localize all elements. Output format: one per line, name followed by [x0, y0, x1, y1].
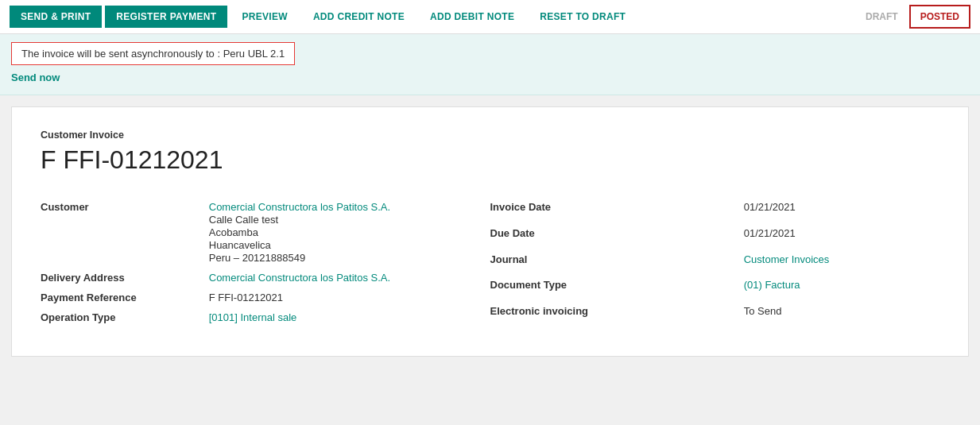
electronic-invoicing-label: Electronic invoicing: [490, 301, 744, 327]
document-type-field-value: (01) Factura: [744, 275, 939, 301]
payment-reference-label: Payment Reference: [41, 288, 209, 307]
journal-value: Customer Invoices: [744, 249, 939, 276]
operation-type-row: Operation Type [0101] Internal sale: [41, 307, 490, 327]
add-debit-note-button[interactable]: ADD DEBIT NOTE: [419, 6, 525, 28]
send-now-link[interactable]: Send now: [11, 71, 969, 91]
address-line1: Calle Calle test: [209, 214, 490, 226]
electronic-invoicing-value: To Send: [744, 301, 939, 327]
delivery-address-link[interactable]: Comercial Constructora los Patitos S.A.: [209, 272, 390, 284]
document-type-field-label: Document Type: [490, 275, 744, 301]
delivery-address-label: Delivery Address: [41, 268, 209, 288]
customer-label: Customer: [41, 197, 209, 268]
send-print-button[interactable]: SEND & PRINT: [10, 6, 102, 28]
delivery-address-row: Delivery Address Comercial Constructora …: [41, 268, 490, 288]
document-type-label: Customer Invoice: [41, 129, 939, 141]
customer-address-block: Comercial Constructora los Patitos S.A. …: [209, 201, 490, 264]
address-line4: Peru – 20121888549: [209, 252, 490, 264]
due-date-label: Due Date: [490, 223, 744, 249]
address-line3: Huancavelica: [209, 239, 490, 251]
customer-row: Customer Comercial Constructora los Pati…: [41, 197, 490, 268]
delivery-address-value: Comercial Constructora los Patitos S.A.: [209, 268, 490, 288]
document-type-link[interactable]: (01) Factura: [744, 279, 800, 291]
toolbar: SEND & PRINT REGISTER PAYMENT PREVIEW AD…: [0, 0, 980, 34]
document-type-row: Document Type (01) Factura: [490, 275, 940, 301]
operation-type-link[interactable]: [0101] Internal sale: [209, 311, 297, 323]
doc-right-section: Invoice Date 01/21/2021 Due Date 01/21/2…: [490, 197, 940, 327]
preview-button[interactable]: PREVIEW: [230, 6, 298, 28]
journal-link[interactable]: Customer Invoices: [744, 253, 830, 265]
payment-reference-value: F FFI-01212021: [209, 288, 490, 307]
invoice-date-value: 01/21/2021: [744, 197, 939, 223]
operation-type-value: [0101] Internal sale: [209, 307, 490, 327]
due-date-row: Due Date 01/21/2021: [490, 223, 940, 249]
notification-bar: The invoice will be sent asynchronously …: [0, 34, 980, 95]
customer-value: Comercial Constructora los Patitos S.A. …: [209, 197, 490, 268]
notification-message: The invoice will be sent asynchronously …: [21, 48, 285, 60]
document-card: Customer Invoice F FFI-01212021 Customer…: [11, 106, 969, 357]
notification-box: The invoice will be sent asynchronously …: [11, 42, 295, 65]
doc-left-section: Customer Comercial Constructora los Pati…: [41, 197, 490, 327]
customer-name-link[interactable]: Comercial Constructora los Patitos S.A.: [209, 201, 490, 213]
draft-status: DRAFT: [858, 6, 906, 28]
electronic-invoicing-row: Electronic invoicing To Send: [490, 301, 940, 327]
invoice-date-label: Invoice Date: [490, 197, 744, 223]
operation-type-label: Operation Type: [41, 307, 209, 327]
payment-reference-row: Payment Reference F FFI-01212021: [41, 288, 490, 307]
posted-status[interactable]: POSTED: [909, 5, 970, 29]
add-credit-note-button[interactable]: ADD CREDIT NOTE: [302, 6, 416, 28]
due-date-value: 01/21/2021: [744, 223, 939, 249]
document-body: Customer Comercial Constructora los Pati…: [41, 197, 939, 327]
address-line2: Acobamba: [209, 226, 490, 238]
reset-to-draft-button[interactable]: RESET TO DRAFT: [529, 6, 637, 28]
journal-row: Journal Customer Invoices: [490, 249, 940, 276]
register-payment-button[interactable]: REGISTER PAYMENT: [105, 6, 227, 28]
invoice-date-row: Invoice Date 01/21/2021: [490, 197, 940, 223]
document-title: F FFI-01212021: [41, 145, 939, 175]
journal-label: Journal: [490, 249, 744, 276]
